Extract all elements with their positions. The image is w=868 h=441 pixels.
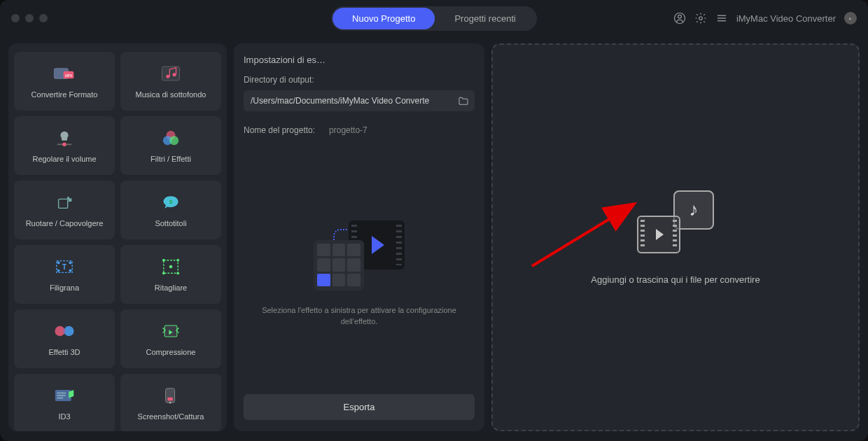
dropzone-media-icon: ♪ xyxy=(637,190,714,253)
svg-rect-37 xyxy=(57,393,65,394)
tool-label: Ritagliare xyxy=(155,284,187,292)
svg-point-26 xyxy=(169,265,173,269)
convert-icon: MP4 xyxy=(53,64,76,83)
svg-point-11 xyxy=(173,73,176,76)
app-logo-icon: ▸ xyxy=(844,12,857,24)
tool-label: Ruotare / Capovolgere xyxy=(26,219,104,227)
browse-folder-icon[interactable] xyxy=(458,96,469,106)
tool-rotate[interactable]: Ruotare / Capovolgere xyxy=(14,181,115,239)
svg-rect-38 xyxy=(57,395,65,396)
tool-screenshot[interactable]: Screenshot/Cattura xyxy=(120,374,221,431)
svg-rect-39 xyxy=(57,398,63,399)
settings-panel: Impostazioni di es… Directory di output:… xyxy=(234,43,484,431)
user-icon[interactable] xyxy=(673,12,686,24)
output-dir-value: /Users/mac/Documents/iMyMac Video Conver… xyxy=(251,96,429,106)
volume-icon xyxy=(53,128,76,148)
project-name-label: Nome del progetto: xyxy=(244,125,315,135)
svg-point-27 xyxy=(162,259,165,262)
svg-point-10 xyxy=(166,75,169,78)
svg-rect-33 xyxy=(63,330,65,333)
rotate-icon xyxy=(53,192,76,212)
export-button[interactable]: Esporta xyxy=(244,394,475,420)
tool-label: Effetti 3D xyxy=(48,348,80,356)
tab-recent-projects[interactable]: Progetti recenti xyxy=(435,8,535,29)
tool-label: Sottotitoli xyxy=(155,219,186,227)
svg-point-23 xyxy=(69,270,72,272)
svg-rect-17 xyxy=(59,199,68,208)
tool-label: Screenshot/Cattura xyxy=(138,412,204,421)
compress-icon xyxy=(160,321,182,341)
svg-point-30 xyxy=(176,272,179,274)
svg-point-16 xyxy=(169,136,178,145)
dropzone-text: Aggiungi o trascina qui i file per conve… xyxy=(591,274,760,285)
svg-point-42 xyxy=(169,402,172,404)
svg-point-22 xyxy=(57,270,60,272)
filters-icon xyxy=(160,128,182,148)
tool-convert[interactable]: MP4Convertire Formato xyxy=(14,52,115,111)
tool-compress[interactable]: Compressione xyxy=(120,309,221,368)
svg-point-28 xyxy=(176,259,179,262)
svg-rect-41 xyxy=(167,398,172,401)
svg-point-21 xyxy=(69,262,72,265)
gear-icon[interactable] xyxy=(694,12,707,24)
tool-label: Filigrana xyxy=(50,284,79,292)
app-name: iMyMac Video Converter xyxy=(736,13,836,24)
app-window: Nuovo Progetto Progetti recenti iMyMac V… xyxy=(0,0,868,441)
svg-point-13 xyxy=(62,143,66,147)
settings-title: Impostazioni di es… xyxy=(244,55,475,65)
effect-preview-icon xyxy=(314,220,405,290)
3d-icon xyxy=(53,321,76,341)
output-dir-label: Directory di output: xyxy=(244,75,475,85)
tool-label: Compressione xyxy=(146,348,196,356)
tool-label: Musica di sottofondo xyxy=(136,90,206,99)
titlebar: Nuovo Progetto Progetti recenti iMyMac V… xyxy=(0,0,868,36)
output-dir-input[interactable]: /Users/mac/Documents/iMyMac Video Conver… xyxy=(244,90,475,111)
traffic-lights xyxy=(11,14,48,22)
minimize-window-button[interactable] xyxy=(25,14,34,22)
music-icon xyxy=(160,64,182,83)
svg-point-1 xyxy=(678,15,682,18)
tool-label: Filtri / Effetti xyxy=(150,155,191,163)
tool-watermark[interactable]: TFiligrana xyxy=(14,245,115,304)
crop-icon xyxy=(160,257,182,276)
menu-icon[interactable] xyxy=(715,12,728,24)
svg-rect-9 xyxy=(162,66,180,80)
svg-text:MP4: MP4 xyxy=(65,74,72,78)
svg-point-20 xyxy=(57,262,60,265)
tool-id3[interactable]: ID3 xyxy=(14,374,115,431)
tool-3d[interactable]: Effetti 3D xyxy=(14,309,115,368)
watermark-icon: T xyxy=(53,257,76,276)
tab-new-project[interactable]: Nuovo Progetto xyxy=(332,8,435,29)
subtitles-icon: S xyxy=(160,192,182,212)
file-dropzone[interactable]: ♪ Aggiungi o trascina qui i file per con… xyxy=(491,43,860,431)
screenshot-icon xyxy=(160,386,182,405)
tool-label: Regolare il volume xyxy=(32,155,96,163)
svg-text:S: S xyxy=(169,200,173,204)
zoom-window-button[interactable] xyxy=(39,14,48,22)
svg-point-29 xyxy=(162,272,165,274)
tool-label: Convertire Formato xyxy=(31,90,98,99)
svg-point-2 xyxy=(699,17,703,20)
id3-icon xyxy=(53,386,76,405)
svg-text:T: T xyxy=(62,263,67,271)
tool-crop[interactable]: Ritagliare xyxy=(120,245,221,304)
tool-filters[interactable]: Filtri / Effetti xyxy=(120,116,221,175)
project-name-input[interactable] xyxy=(323,121,475,139)
tools-sidebar: MP4Convertire FormatoMusica di sottofond… xyxy=(8,43,227,431)
tool-subtitles[interactable]: SSottotitoli xyxy=(120,181,221,239)
close-window-button[interactable] xyxy=(11,14,20,22)
tool-label: ID3 xyxy=(58,412,70,421)
effect-hint-text: Seleziona l'effetto a sinistra per attiv… xyxy=(261,304,457,328)
tool-volume[interactable]: Regolare il volume xyxy=(14,116,115,175)
tool-music[interactable]: Musica di sottofondo xyxy=(120,52,221,111)
effect-preview-area: Seleziona l'effetto a sinistra per attiv… xyxy=(244,153,475,394)
main-tabs: Nuovo Progetto Progetti recenti xyxy=(331,6,537,31)
